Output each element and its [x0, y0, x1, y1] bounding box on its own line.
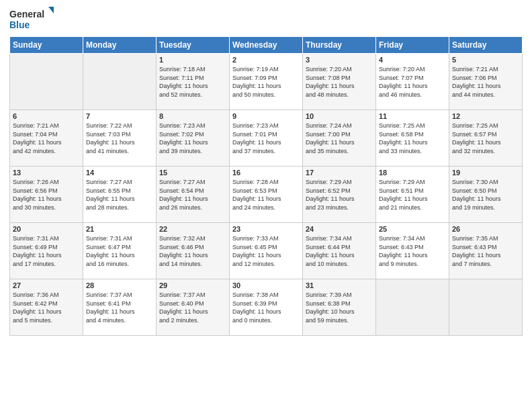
day-number: 11	[379, 112, 446, 120]
cell-info: Sunrise: 7:22 AM Sunset: 7:03 PM Dayligh…	[86, 122, 153, 155]
day-number: 8	[159, 112, 226, 120]
calendar-cell: 15Sunrise: 7:27 AM Sunset: 6:54 PM Dayli…	[157, 167, 230, 223]
day-number: 25	[379, 225, 446, 233]
calendar-cell: 21Sunrise: 7:31 AM Sunset: 6:47 PM Dayli…	[83, 223, 157, 279]
calendar-cell: 9Sunrise: 7:23 AM Sunset: 7:01 PM Daylig…	[230, 110, 303, 167]
day-number: 29	[159, 281, 226, 289]
day-number: 22	[159, 225, 226, 233]
calendar-table: SundayMondayTuesdayWednesdayThursdayFrid…	[9, 36, 523, 336]
day-number: 4	[379, 56, 446, 64]
cell-info: Sunrise: 7:26 AM Sunset: 6:56 PM Dayligh…	[13, 178, 80, 212]
cell-info: Sunrise: 7:23 AM Sunset: 7:02 PM Dayligh…	[159, 122, 226, 155]
calendar-cell	[376, 279, 449, 336]
calendar-week-row: 6Sunrise: 7:21 AM Sunset: 7:04 PM Daylig…	[10, 110, 523, 167]
cell-info: Sunrise: 7:31 AM Sunset: 6:47 PM Dayligh…	[86, 234, 153, 268]
calendar-cell: 23Sunrise: 7:33 AM Sunset: 6:45 PM Dayli…	[230, 223, 303, 279]
day-number: 7	[86, 112, 153, 120]
cell-info: Sunrise: 7:37 AM Sunset: 6:41 PM Dayligh…	[86, 291, 153, 324]
cell-info: Sunrise: 7:25 AM Sunset: 6:58 PM Dayligh…	[379, 122, 446, 155]
day-number: 30	[232, 281, 300, 289]
calendar-cell: 5Sunrise: 7:21 AM Sunset: 7:06 PM Daylig…	[449, 54, 523, 110]
svg-text:Blue: Blue	[9, 19, 30, 30]
calendar-cell: 28Sunrise: 7:37 AM Sunset: 6:41 PM Dayli…	[83, 279, 157, 336]
day-number: 13	[13, 169, 80, 177]
day-number: 19	[452, 169, 519, 177]
cell-info: Sunrise: 7:18 AM Sunset: 7:11 PM Dayligh…	[159, 65, 226, 99]
logo-svg: General Blue	[9, 7, 56, 32]
day-number: 5	[452, 56, 519, 64]
calendar-cell: 26Sunrise: 7:35 AM Sunset: 6:43 PM Dayli…	[449, 223, 523, 279]
calendar-cell: 10Sunrise: 7:24 AM Sunset: 7:00 PM Dayli…	[303, 110, 376, 167]
weekday-header-tuesday: Tuesday	[157, 37, 230, 54]
svg-marker-1	[48, 7, 54, 13]
calendar-week-row: 27Sunrise: 7:36 AM Sunset: 6:42 PM Dayli…	[10, 279, 523, 336]
header: General Blue	[9, 7, 523, 32]
weekday-header-thursday: Thursday	[303, 37, 376, 54]
calendar-cell: 19Sunrise: 7:30 AM Sunset: 6:50 PM Dayli…	[449, 167, 523, 223]
calendar-cell: 18Sunrise: 7:29 AM Sunset: 6:51 PM Dayli…	[376, 167, 449, 223]
weekday-header-friday: Friday	[376, 37, 449, 54]
cell-info: Sunrise: 7:36 AM Sunset: 6:42 PM Dayligh…	[13, 291, 80, 324]
calendar-cell	[10, 54, 83, 110]
calendar-cell: 3Sunrise: 7:20 AM Sunset: 7:08 PM Daylig…	[303, 54, 376, 110]
day-number: 18	[379, 169, 446, 177]
cell-info: Sunrise: 7:24 AM Sunset: 7:00 PM Dayligh…	[306, 122, 373, 155]
cell-info: Sunrise: 7:27 AM Sunset: 6:55 PM Dayligh…	[86, 178, 153, 212]
day-number: 28	[86, 281, 153, 289]
calendar-cell: 30Sunrise: 7:38 AM Sunset: 6:39 PM Dayli…	[230, 279, 303, 336]
day-number: 27	[13, 281, 80, 289]
day-number: 10	[306, 112, 373, 120]
cell-info: Sunrise: 7:34 AM Sunset: 6:44 PM Dayligh…	[306, 234, 373, 268]
svg-text:General: General	[9, 9, 44, 19]
calendar-cell: 8Sunrise: 7:23 AM Sunset: 7:02 PM Daylig…	[157, 110, 230, 167]
weekday-header-saturday: Saturday	[449, 37, 523, 54]
calendar-cell: 11Sunrise: 7:25 AM Sunset: 6:58 PM Dayli…	[376, 110, 449, 167]
day-number: 9	[232, 112, 300, 120]
calendar-cell: 20Sunrise: 7:31 AM Sunset: 6:49 PM Dayli…	[10, 223, 83, 279]
cell-info: Sunrise: 7:27 AM Sunset: 6:54 PM Dayligh…	[159, 178, 226, 212]
cell-info: Sunrise: 7:32 AM Sunset: 6:46 PM Dayligh…	[159, 234, 226, 268]
calendar-cell	[449, 279, 523, 336]
day-number: 2	[232, 56, 300, 64]
cell-info: Sunrise: 7:38 AM Sunset: 6:39 PM Dayligh…	[232, 291, 300, 324]
cell-info: Sunrise: 7:29 AM Sunset: 6:51 PM Dayligh…	[379, 178, 446, 212]
calendar-week-row: 20Sunrise: 7:31 AM Sunset: 6:49 PM Dayli…	[10, 223, 523, 279]
day-number: 24	[306, 225, 373, 233]
day-number: 1	[159, 56, 226, 64]
calendar-cell: 2Sunrise: 7:19 AM Sunset: 7:09 PM Daylig…	[230, 54, 303, 110]
cell-info: Sunrise: 7:34 AM Sunset: 6:43 PM Dayligh…	[379, 234, 446, 268]
cell-info: Sunrise: 7:20 AM Sunset: 7:08 PM Dayligh…	[306, 65, 373, 99]
cell-info: Sunrise: 7:29 AM Sunset: 6:52 PM Dayligh…	[306, 178, 373, 212]
cell-info: Sunrise: 7:21 AM Sunset: 7:04 PM Dayligh…	[13, 122, 80, 155]
calendar-cell: 22Sunrise: 7:32 AM Sunset: 6:46 PM Dayli…	[157, 223, 230, 279]
weekday-header-wednesday: Wednesday	[230, 37, 303, 54]
cell-info: Sunrise: 7:39 AM Sunset: 6:38 PM Dayligh…	[306, 291, 373, 324]
day-number: 6	[13, 112, 80, 120]
calendar-cell: 14Sunrise: 7:27 AM Sunset: 6:55 PM Dayli…	[83, 167, 157, 223]
cell-info: Sunrise: 7:30 AM Sunset: 6:50 PM Dayligh…	[452, 178, 519, 212]
day-number: 3	[306, 56, 373, 64]
day-number: 14	[86, 169, 153, 177]
day-number: 17	[306, 169, 373, 177]
cell-info: Sunrise: 7:23 AM Sunset: 7:01 PM Dayligh…	[232, 122, 300, 155]
cell-info: Sunrise: 7:37 AM Sunset: 6:40 PM Dayligh…	[159, 291, 226, 324]
calendar-cell: 12Sunrise: 7:25 AM Sunset: 6:57 PM Dayli…	[449, 110, 523, 167]
calendar-cell: 31Sunrise: 7:39 AM Sunset: 6:38 PM Dayli…	[303, 279, 376, 336]
calendar-cell: 6Sunrise: 7:21 AM Sunset: 7:04 PM Daylig…	[10, 110, 83, 167]
calendar-cell	[83, 54, 157, 110]
calendar-week-row: 1Sunrise: 7:18 AM Sunset: 7:11 PM Daylig…	[10, 54, 523, 110]
weekday-header-sunday: Sunday	[10, 37, 83, 54]
calendar-cell: 1Sunrise: 7:18 AM Sunset: 7:11 PM Daylig…	[157, 54, 230, 110]
weekday-header-row: SundayMondayTuesdayWednesdayThursdayFrid…	[10, 37, 523, 54]
day-number: 16	[232, 169, 300, 177]
calendar-cell: 24Sunrise: 7:34 AM Sunset: 6:44 PM Dayli…	[303, 223, 376, 279]
day-number: 21	[86, 225, 153, 233]
cell-info: Sunrise: 7:31 AM Sunset: 6:49 PM Dayligh…	[13, 234, 80, 268]
day-number: 12	[452, 112, 519, 120]
day-number: 26	[452, 225, 519, 233]
calendar-cell: 13Sunrise: 7:26 AM Sunset: 6:56 PM Dayli…	[10, 167, 83, 223]
calendar-cell: 17Sunrise: 7:29 AM Sunset: 6:52 PM Dayli…	[303, 167, 376, 223]
weekday-header-monday: Monday	[83, 37, 157, 54]
calendar-cell: 7Sunrise: 7:22 AM Sunset: 7:03 PM Daylig…	[83, 110, 157, 167]
calendar-cell: 29Sunrise: 7:37 AM Sunset: 6:40 PM Dayli…	[157, 279, 230, 336]
